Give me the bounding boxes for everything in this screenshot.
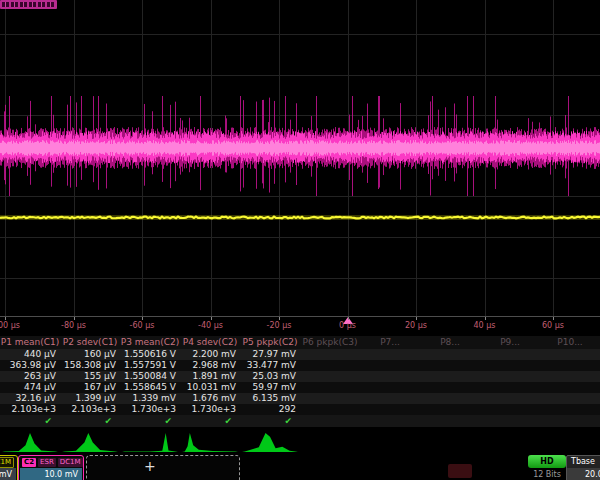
time-axis-tick bbox=[142, 317, 143, 320]
measure-header[interactable]: P3 mean(C2) bbox=[120, 336, 180, 349]
add-trace-button[interactable]: + bbox=[86, 455, 240, 480]
plus-icon: + bbox=[144, 458, 156, 474]
measure-column-2: P2 sdev(C1)160 µV158.308 µV155 µV167 µV1… bbox=[60, 336, 120, 431]
time-axis-tick bbox=[211, 317, 212, 320]
time-axis-label: -80 µs bbox=[61, 321, 86, 330]
c2-channel-badge: C2 bbox=[22, 458, 36, 467]
c2-scale-value: 10.0 mV bbox=[20, 468, 82, 480]
measure-value: 1.550616 V bbox=[120, 349, 180, 360]
measure-status-check-icon: ✔ bbox=[60, 416, 112, 428]
measure-value: 27.97 mV bbox=[240, 349, 300, 360]
channel-descriptor-c1[interactable]: DC1M 10.0 mV bbox=[0, 455, 18, 480]
c2-esr-badge: ESR bbox=[38, 458, 56, 467]
channel-descriptor-c2[interactable]: C2 ESR DC1M 10.0 mV bbox=[18, 455, 84, 480]
measure-header[interactable]: P2 sdev(C1) bbox=[60, 336, 120, 349]
measure-value: 167 µV bbox=[60, 382, 120, 393]
measure-column-6: P6 pkpk(C3) bbox=[300, 336, 360, 431]
time-axis-label: 0 µs bbox=[339, 321, 356, 330]
measure-header[interactable]: P4 sdev(C2) bbox=[180, 336, 240, 349]
measure-value: 2.103e+3 bbox=[60, 404, 120, 415]
measure-column-9: P9... bbox=[480, 336, 540, 431]
measure-column-3: P3 mean(C2)1.550616 V1.557591 V1.550084 … bbox=[120, 336, 180, 431]
measure-value: 263 µV bbox=[0, 371, 60, 382]
measure-value: 2.103e+3 bbox=[0, 404, 60, 415]
measure-value: 25.03 mV bbox=[240, 371, 300, 382]
measure-value: 1.399 µV bbox=[60, 393, 120, 404]
time-axis-label: 60 µs bbox=[542, 321, 564, 330]
measure-status-check-icon: ✔ bbox=[120, 416, 172, 428]
measure-value: 10.031 mV bbox=[180, 382, 240, 393]
timebase-value: 20.0 µs bbox=[567, 468, 600, 480]
hd-mode-badge[interactable]: HD bbox=[528, 455, 566, 468]
time-axis-tick bbox=[553, 317, 554, 320]
c1-badge-row: DC1M bbox=[0, 457, 16, 468]
time-axis-label: -20 µs bbox=[267, 321, 292, 330]
measure-value: 59.97 mV bbox=[240, 382, 300, 393]
oscilloscope-screen: -100 µs-80 µs-60 µs-40 µs-20 µs0 µs20 µs… bbox=[0, 0, 600, 480]
time-axis-label: 20 µs bbox=[405, 321, 427, 330]
measure-header[interactable]: P9... bbox=[480, 336, 540, 349]
measure-value: 160 µV bbox=[60, 349, 120, 360]
waveform-canvas bbox=[0, 0, 600, 316]
measure-value: 33.477 mV bbox=[240, 360, 300, 371]
measure-status-check-icon: ✔ bbox=[0, 416, 52, 428]
measure-value: 1.339 mV bbox=[120, 393, 180, 404]
measure-header[interactable]: P8... bbox=[420, 336, 480, 349]
measurement-table: P1 mean(C1)440 µV363.98 µV263 µV474 µV32… bbox=[0, 336, 600, 431]
time-axis-tick bbox=[74, 317, 75, 320]
time-axis-tick bbox=[485, 317, 486, 320]
measure-value: 363.98 µV bbox=[0, 360, 60, 371]
measure-column-10: P10... bbox=[540, 336, 600, 431]
time-axis-label: -60 µs bbox=[130, 321, 155, 330]
c1-coupling-badge: DC1M bbox=[0, 457, 14, 468]
measure-column-1: P1 mean(C1)440 µV363.98 µV263 µV474 µV32… bbox=[0, 336, 60, 431]
measure-value: 1.676 mV bbox=[180, 393, 240, 404]
trigger-descriptor-dim[interactable] bbox=[448, 464, 472, 478]
measure-value: 1.550084 V bbox=[120, 371, 180, 382]
measure-header[interactable]: P10... bbox=[540, 336, 600, 349]
descriptor-bar: DC1M 10.0 mV C2 ESR DC1M 10.0 mV + HD 12… bbox=[0, 452, 600, 480]
measure-status-check-icon: ✔ bbox=[240, 416, 292, 428]
measure-status-check-icon: ✔ bbox=[180, 416, 232, 428]
measure-value: 158.308 µV bbox=[60, 360, 120, 371]
time-axis-tick bbox=[279, 317, 280, 320]
measure-column-4: P4 sdev(C2)2.200 mV2.968 mV1.891 mV10.03… bbox=[180, 336, 240, 431]
measure-header[interactable]: P5 pkpk(C2) bbox=[240, 336, 300, 349]
trace-annotation-badge[interactable] bbox=[0, 0, 57, 9]
measure-value: 2.968 mV bbox=[180, 360, 240, 371]
measure-column-7: P7... bbox=[360, 336, 420, 431]
measure-header[interactable]: P1 mean(C1) bbox=[0, 336, 60, 349]
measure-value: 1.558645 V bbox=[120, 382, 180, 393]
measure-column-5: P5 pkpk(C2)27.97 mV33.477 mV25.03 mV59.9… bbox=[240, 336, 300, 431]
waveform-display-area bbox=[0, 0, 600, 316]
timebase-descriptor[interactable]: Tbase 20.0 µs bbox=[566, 455, 600, 480]
time-axis-tick bbox=[348, 317, 349, 320]
timebase-label: Tbase bbox=[567, 456, 600, 468]
time-axis-ruler: -100 µs-80 µs-60 µs-40 µs-20 µs0 µs20 µs… bbox=[0, 316, 600, 337]
measure-header[interactable]: P7... bbox=[360, 336, 420, 349]
measurement-histicons bbox=[0, 431, 600, 454]
measure-value: 1.730e+3 bbox=[180, 404, 240, 415]
measure-value: 32.16 µV bbox=[0, 393, 60, 404]
measure-value: 155 µV bbox=[60, 371, 120, 382]
measure-column-8: P8... bbox=[420, 336, 480, 431]
time-axis-tick bbox=[416, 317, 417, 320]
annotation-text-illegible bbox=[2, 2, 54, 7]
measure-value: 292 bbox=[240, 404, 300, 415]
measure-value: 1.730e+3 bbox=[120, 404, 180, 415]
time-axis-label: -40 µs bbox=[198, 321, 223, 330]
measure-value: 2.200 mV bbox=[180, 349, 240, 360]
c2-badge-row: C2 ESR DC1M bbox=[20, 457, 82, 468]
measure-value: 440 µV bbox=[0, 349, 60, 360]
time-axis-label: -100 µs bbox=[0, 321, 20, 330]
measure-value: 1.891 mV bbox=[180, 371, 240, 382]
c1-scale-value: 10.0 mV bbox=[0, 468, 16, 480]
measure-value: 474 µV bbox=[0, 382, 60, 393]
hd-bits-label: 12 Bits bbox=[528, 470, 566, 479]
c2-coupling-badge: DC1M bbox=[58, 458, 83, 467]
time-axis-label: 40 µs bbox=[474, 321, 496, 330]
measure-value: 1.557591 V bbox=[120, 360, 180, 371]
measure-header[interactable]: P6 pkpk(C3) bbox=[300, 336, 360, 349]
measure-value: 6.135 mV bbox=[240, 393, 300, 404]
time-axis-tick bbox=[5, 317, 6, 320]
